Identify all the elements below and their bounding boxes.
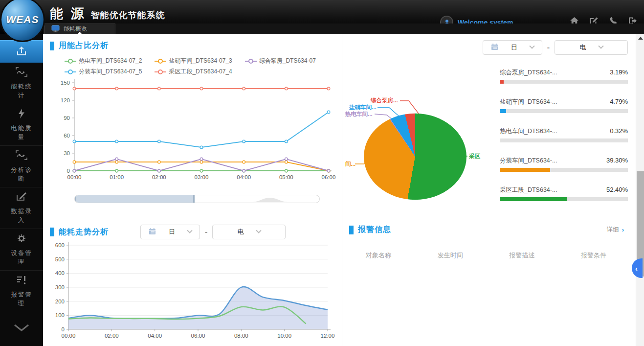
app-title-main: 能 源	[50, 5, 86, 23]
alarm-column-object: 对象名称	[366, 251, 391, 260]
legend-marker-icon	[245, 59, 257, 64]
period-select[interactable]: 日	[483, 40, 542, 55]
ratio-bar-fill	[500, 109, 506, 113]
chevron-down-icon	[598, 44, 603, 49]
x-axis-label: 05:00	[279, 174, 293, 180]
y-axis-label: 120	[61, 97, 70, 103]
data-point	[243, 161, 245, 163]
legend-item[interactable]: 综合泵房_DTS634-07	[245, 57, 316, 65]
sidebar-item-power-quality[interactable]: 电能质量	[0, 104, 43, 146]
gear-icon	[16, 233, 27, 246]
app-root: 能 源 智能优化节能系统 Welcome system WEAS	[0, 0, 644, 346]
panel-bullet	[50, 42, 54, 50]
y-axis-label: 0	[62, 326, 65, 332]
y-axis-label: 60	[64, 133, 70, 138]
x-axis-label: 04:00	[237, 174, 251, 180]
app-title: 能 源 智能优化节能系统	[50, 5, 165, 23]
sidebar-item-alarm-mgmt[interactable]: 报警管理	[0, 271, 43, 312]
tab-bar: 能耗概览	[43, 23, 644, 34]
data-point	[285, 169, 288, 172]
legend-item[interactable]: 采区工段_DTS634-07_4	[155, 68, 232, 76]
data-point	[73, 87, 76, 90]
main-content: 用能占比分析 热电车间_DTS634-07_2 盐硝车间_DTS634-07_3…	[43, 34, 644, 346]
y-axis-label: 500	[55, 256, 65, 262]
chevron-left-icon: ‹	[635, 264, 638, 273]
data-point	[285, 87, 288, 90]
x-axis-label: 01:00	[110, 174, 124, 180]
period-select[interactable]: 日	[140, 225, 200, 239]
y-axis-label: 400	[55, 270, 65, 276]
calendar-icon	[491, 43, 498, 52]
sidebar-item-analysis[interactable]: 分析诊断	[0, 146, 43, 187]
sidebar-item-label: 设备管理	[8, 249, 35, 266]
x-axis-label: 02:00	[152, 174, 166, 180]
selector-separator: -	[205, 228, 207, 236]
usage-panel: 用能占比分析 热电车间_DTS634-07_2 盐硝车间_DTS634-07_3…	[43, 34, 342, 218]
line-series	[74, 112, 329, 147]
ratio-row-percent: 0.32%	[610, 127, 628, 135]
pie-chart	[364, 114, 466, 200]
sidebar-item-label: 电能质量	[8, 124, 35, 141]
sidebar-item-data-entry[interactable]: 数据录入	[0, 187, 43, 229]
legend-item[interactable]: 热电车间_DTS634-07_2	[65, 57, 142, 65]
datazoom-slider[interactable]	[74, 195, 320, 203]
legend-item-label: 分装车间_DTS634-07_5	[79, 68, 142, 76]
x-axis-label: 08:00	[234, 333, 248, 339]
panel-bullet	[50, 228, 54, 236]
usage-selectors: 日 - 电	[483, 40, 628, 55]
data-point	[115, 158, 118, 161]
x-axis-label: 06:00	[322, 174, 336, 180]
legend-item-label: 采区工段_DTS634-07_4	[169, 68, 232, 76]
data-point	[285, 161, 288, 163]
chevron-right-icon: ›	[622, 226, 624, 233]
legend-item-label: 综合泵房_DTS634-07	[259, 57, 316, 65]
pie-label: 热电车间...	[345, 111, 373, 118]
alarm-detail-link[interactable]: 详细 ›	[607, 226, 624, 234]
datazoom-selected-range[interactable]	[75, 195, 195, 203]
x-axis-label: 00:00	[67, 174, 82, 180]
data-point	[158, 87, 161, 90]
sidebar-item-home[interactable]	[0, 40, 43, 63]
legend-item[interactable]: 盐硝车间_DTS634-07_3	[155, 57, 232, 65]
data-point	[115, 169, 118, 172]
ratio-row-percent: 4.79%	[610, 98, 628, 105]
ratio-row-percent: 3.19%	[610, 69, 628, 76]
datazoom-data-shadow	[205, 195, 317, 203]
ratio-row: 热电车间_DTS634-... 0.32%	[500, 127, 628, 142]
period-select-value: 日	[169, 228, 175, 236]
alarm-column-time: 发生时间	[438, 251, 463, 260]
energy-type-select[interactable]: 电	[555, 40, 628, 55]
panel-bullet	[349, 226, 354, 234]
legend-item[interactable]: 分装车间_DTS634-07_5	[65, 68, 142, 76]
sidebar-item-device-mgmt[interactable]: 设备管理	[0, 229, 43, 271]
vertical-scrollbar[interactable]	[636, 34, 644, 346]
legend-marker-icon	[65, 69, 76, 74]
usage-panel-title: 用能占比分析	[59, 41, 109, 51]
alarm-column-cond: 报警条件	[581, 251, 606, 260]
pie-label: 间...	[345, 161, 355, 168]
energy-type-select[interactable]: 电	[212, 225, 286, 239]
y-axis-label: 600	[55, 242, 65, 248]
x-axis-label: 12:00	[321, 333, 335, 339]
sidebar-item-energy-stats[interactable]: 能耗统计	[0, 63, 43, 104]
trend-selectors: 日 - 电	[140, 225, 286, 239]
chevron-down-icon	[529, 44, 534, 49]
scroll-up-icon[interactable]	[638, 37, 643, 40]
chevron-down-icon	[12, 324, 31, 334]
trend-chart-icon	[15, 150, 28, 162]
tab-label: 能耗概览	[64, 25, 87, 33]
pie-chart-zone: 综合泵房... 盐硝车间... 热电车间... 间... 采区	[345, 60, 507, 211]
sidebar-item-label: 数据录入	[8, 207, 35, 225]
y-axis-label: 100	[55, 312, 65, 318]
x-axis-label: 06:00	[191, 333, 205, 339]
ratio-bar-track	[500, 138, 628, 142]
sidebar-expand-button[interactable]	[0, 312, 43, 346]
pie-label: 综合泵房...	[371, 97, 398, 104]
ratio-bar-fill	[500, 80, 504, 84]
trend-panel-title: 能耗走势分析	[59, 227, 109, 237]
data-point	[115, 87, 118, 90]
ratio-bar-track	[500, 109, 628, 113]
data-point	[158, 140, 161, 143]
sidebar-item-label: 能耗统计	[8, 82, 35, 100]
tab-energy-overview[interactable]: 能耗概览	[44, 23, 115, 34]
